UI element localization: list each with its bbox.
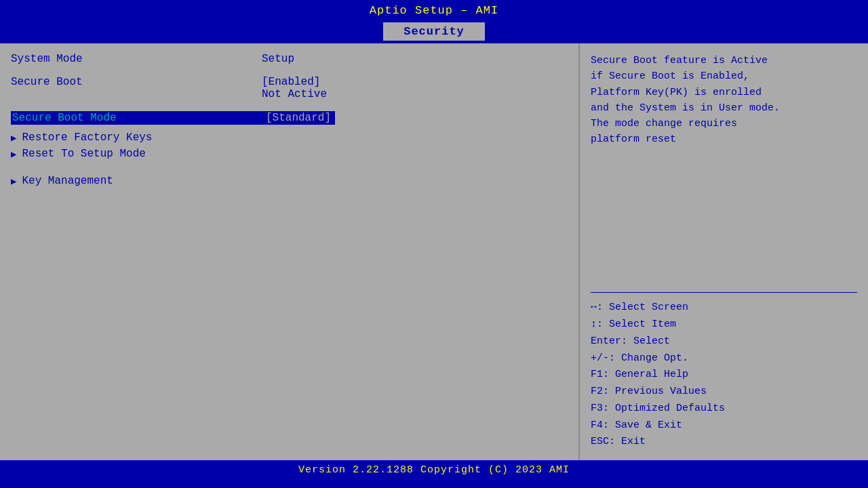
secure-boot-status: Not Active [262, 88, 327, 100]
right-panel: Secure Boot feature is Active if Secure … [580, 43, 868, 460]
footer-text: Version 2.22.1288 Copyright (C) 2023 AMI [298, 464, 570, 476]
main-content: System Mode Setup Secure Boot [Enabled] … [0, 43, 868, 460]
secure-boot-label: Secure Boot [11, 76, 262, 100]
key-help-section: ↔: Select Screen ↕: Select Item Enter: S… [591, 300, 857, 451]
system-mode-label: System Mode [11, 53, 262, 65]
footer: Version 2.22.1288 Copyright (C) 2023 AMI [0, 460, 868, 483]
restore-factory-keys-item[interactable]: ▶ Restore Factory Keys [11, 131, 568, 144]
secure-boot-mode-value: [Standard] [262, 111, 335, 125]
system-mode-row: System Mode Setup [11, 53, 568, 65]
secure-boot-value: [Enabled] [262, 76, 327, 88]
key-esc: ESC: Exit [591, 434, 857, 451]
key-f3: F3: Optimized Defaults [591, 401, 857, 418]
secure-boot-mode-label: Secure Boot Mode [11, 111, 262, 125]
key-f1: F1: General Help [591, 367, 857, 384]
divider [591, 292, 857, 293]
secure-boot-mode-row[interactable]: Secure Boot Mode [Standard] [11, 111, 568, 125]
key-management-item[interactable]: ▶ Key Management [11, 175, 568, 187]
key-select-screen: ↔: Select Screen [591, 300, 857, 317]
tab-bar: Security [0, 20, 868, 43]
restore-factory-keys-arrow: ▶ [11, 132, 16, 144]
system-mode-value: Setup [262, 53, 294, 65]
key-change-opt: +/-: Change Opt. [591, 350, 857, 367]
restore-factory-keys-label: Restore Factory Keys [22, 131, 152, 144]
key-management-arrow: ▶ [11, 176, 16, 187]
app-title: Aptio Setup – AMI [370, 4, 498, 17]
key-enter: Enter: Select [591, 333, 857, 350]
top-bar: Aptio Setup – AMI [0, 0, 868, 20]
reset-setup-mode-arrow: ▶ [11, 148, 16, 160]
key-f2: F2: Previous Values [591, 384, 857, 401]
left-panel: System Mode Setup Secure Boot [Enabled] … [0, 43, 580, 460]
reset-setup-mode-label: Reset To Setup Mode [22, 148, 145, 160]
key-select-item: ↕: Select Item [591, 317, 857, 333]
reset-setup-mode-item[interactable]: ▶ Reset To Setup Mode [11, 148, 568, 160]
secure-boot-row: Secure Boot [Enabled] Not Active [11, 76, 568, 100]
key-management-label: Key Management [22, 175, 113, 187]
help-text: Secure Boot feature is Active if Secure … [591, 53, 857, 285]
key-f4: F4: Save & Exit [591, 418, 857, 434]
tab-security[interactable]: Security [383, 22, 485, 41]
